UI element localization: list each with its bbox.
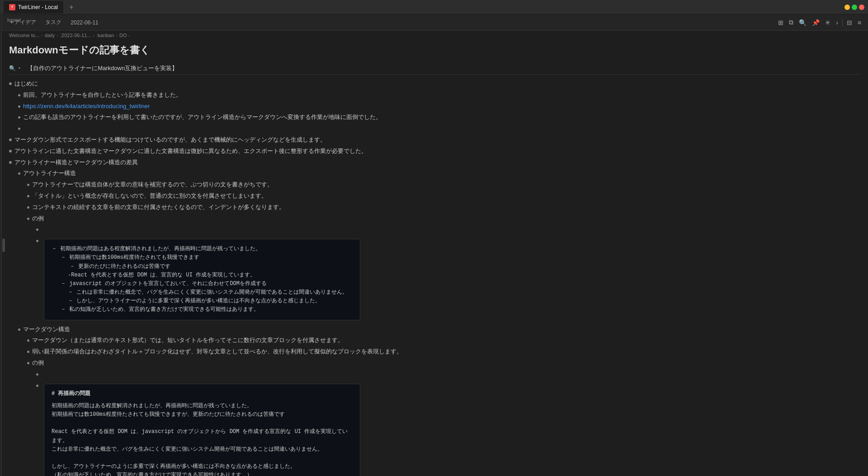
item-text[interactable]: アウトライナーでは構造自体が文章の意味を補完するので、ぶつ切りの文を書きがちです… xyxy=(32,180,861,190)
code-block-2: # 再描画の問題 初期描画の問題はある程度解消されましたが、再描画時に問題が残っ… xyxy=(44,384,360,476)
bullet-dot xyxy=(36,240,38,242)
sidebar xyxy=(0,14,2,476)
search-value[interactable]: 【自作のアウトライナーにMarkdown互換ビューを実装】 xyxy=(27,64,178,72)
item-text[interactable]: マークダウン構造 xyxy=(23,325,861,334)
code-line: しかし、アウトライナーのように多重で深く再描画が多い構造には不向きな点があると感… xyxy=(52,462,353,471)
toolbar-right: ⊞ ⧉ 🔍 📌 ✳ › ⊟ ≡ xyxy=(777,17,863,28)
list-item: マークダウン（または通常のテキスト形式）では、短いタイトルを作ってそこに数行の文… xyxy=(27,335,861,346)
layers-icon-button[interactable]: ⧉ xyxy=(788,17,795,28)
code-line: － 更新のたびに待たされるのは苦痛です xyxy=(52,262,353,271)
bullet-dot xyxy=(36,228,38,231)
breadcrumb-item-3[interactable]: :2022-06-11... xyxy=(60,33,91,38)
close-button[interactable] xyxy=(859,5,864,10)
search-bar: 🔍 • 【自作のアウトライナーにMarkdown互換ビューを実装】 xyxy=(9,62,861,75)
list-item-empty xyxy=(36,369,861,380)
bullet-dot xyxy=(18,172,20,175)
sidebar-toggle[interactable] xyxy=(2,238,5,252)
code-line: これは非常に優れた概念で、バグを生みにくく変更に強いシステム開発が可能であること… xyxy=(52,445,353,454)
breadcrumb-item-4[interactable]: :kanban xyxy=(96,33,114,38)
item-text[interactable]: マークダウン（または通常のテキスト形式）では、短いタイトルを作ってそこに数行の文… xyxy=(32,336,861,345)
item-text[interactable]: 前回、アウトライナーを自作したという記事を書きました。 xyxy=(23,90,861,100)
bullet-dot xyxy=(18,328,20,331)
breadcrumb-item-2[interactable]: daily xyxy=(45,33,55,38)
list-item: の例 xyxy=(27,213,861,224)
minimize-button[interactable] xyxy=(844,5,850,10)
star-icon-button[interactable]: ✳ xyxy=(824,18,832,28)
item-text[interactable]: コンテキストの続続する文章を前の文章に付属させたくなるので、インデントが多くなり… xyxy=(32,203,861,212)
split-icon-button[interactable]: ⊟ xyxy=(845,18,854,28)
bullet-dot xyxy=(27,218,29,220)
list-item: アウトライナー構造 xyxy=(18,168,861,179)
code-block-item-1: － 初期描画の問題はある程度解消されましたが、再描画時に問題が残っていました。 … xyxy=(36,235,861,324)
bullet-dot xyxy=(36,373,38,376)
item-text[interactable]: アウトライナー構造 xyxy=(23,169,861,178)
window-controls xyxy=(844,5,864,10)
item-text[interactable]: の例 xyxy=(32,358,861,368)
item-text[interactable]: の例 xyxy=(32,214,861,224)
item-text[interactable]: マークダウン形式でエクスポートする機能はつけているのですが、あくまで機械的にヘッ… xyxy=(14,135,861,145)
item-text[interactable]: 弱い親子関係の場合はわざわざタイトル＋ブロック化はせず、対等な文章として並べるか… xyxy=(32,347,861,357)
code-line: － javascript のオブジェクトを宣言しておいて、それに合わせてDOMを… xyxy=(52,280,353,288)
list-item: の例 xyxy=(27,357,861,369)
item-text[interactable]: はじめに xyxy=(14,79,861,89)
tab-icon: T xyxy=(9,4,15,10)
code-heading: # 再描画の問題 xyxy=(52,390,353,398)
list-item: アウトライナーでは構造自体が文章の意味を補完するので、ぶつ切りの文を書きがちです… xyxy=(27,179,861,190)
item-text[interactable]: アウトラインに適した文書構造とマークダウンに適した文書構造は微妙に異なるため、エ… xyxy=(14,147,861,156)
task-button[interactable]: タスク xyxy=(42,18,64,27)
list-item: 前回、アウトライナーを自作したという記事を書きました。 xyxy=(18,90,861,101)
list-item: https://zenn.dev/k4a/articles/introducin… xyxy=(18,101,861,112)
tab-label: TwirLiner - Local xyxy=(18,4,58,10)
active-tab[interactable]: T TwirLiner - Local xyxy=(4,1,63,14)
bullet-dot xyxy=(18,116,20,119)
list-item-empty xyxy=(18,123,861,134)
item-text xyxy=(41,370,861,379)
bullet-dot xyxy=(18,128,20,130)
bullet-dot xyxy=(27,206,29,209)
article-link[interactable]: https://zenn.dev/k4a/articles/introducin… xyxy=(23,103,150,109)
breadcrumb-item-5[interactable]: DO xyxy=(119,33,127,38)
editor-area: 🔍 • 【自作のアウトライナーにMarkdown互換ビューを実装】 はじめに 前… xyxy=(2,62,868,476)
item-text xyxy=(41,225,861,234)
grid-icon-button[interactable]: ⊞ xyxy=(777,18,785,28)
tab-group: T TwirLiner - Local + xyxy=(4,1,77,14)
bullet-dot xyxy=(18,94,20,96)
code-line: － しかし、アウトライナーのように多重で深く再描画が多い構造には不向きな点がある… xyxy=(52,297,353,305)
item-link[interactable]: https://zenn.dev/k4a/articles/introducin… xyxy=(23,102,861,111)
bullet-dot xyxy=(9,82,12,85)
item-text[interactable]: 「タイトル」という概念が存在しないので、普通の文に別の文を付属させてしまいます。 xyxy=(32,191,861,201)
align-icon-button[interactable]: ≡ xyxy=(856,18,863,28)
bullet-dot xyxy=(27,339,29,342)
code-line: React を代表とする仮想 DOM は、javascript のオブジェクトか… xyxy=(52,428,353,445)
list-item: コンテキストの続続する文章を前の文章に付属させたくなるので、インデントが多くなり… xyxy=(27,202,861,213)
chevron-icon-button[interactable]: › xyxy=(835,18,840,28)
list-item: この記事も該当のアウトライナーを利用して書いたのですが、アウトライン構造からマー… xyxy=(18,112,861,123)
date-button[interactable]: 2022-06-11 xyxy=(68,19,101,27)
new-tab-button[interactable]: + xyxy=(66,2,77,13)
bullet-dot xyxy=(27,184,29,186)
bullet-dot xyxy=(27,362,29,364)
bullet-dot xyxy=(18,105,20,108)
code-line: － 初期描画では数100ms程度待たされても我慢できます xyxy=(52,253,353,262)
logout-button[interactable]: logout xyxy=(2,14,26,25)
bullet-dot xyxy=(9,150,12,152)
code-line: － これは非常に優れた概念で、バグを生みにくく変更に強いシステム開発が可能である… xyxy=(52,288,353,297)
list-item: 「タイトル」という概念が存在しないので、普通の文に別の文を付属させてしまいます。 xyxy=(27,190,861,202)
code-line: （私の知識が乏しいため、宣言的な書き方だけで実現できる可能性はあります。） xyxy=(52,471,353,476)
bullet-marker: • xyxy=(19,65,20,71)
search-icon-button[interactable]: 🔍 xyxy=(797,18,808,28)
maximize-button[interactable] xyxy=(852,5,857,10)
item-text[interactable]: アウトライナー構造とマークダウン構造の差異 xyxy=(14,158,861,167)
list-item: マークダウン形式でエクスポートする機能はつけているのですが、あくまで機械的にヘッ… xyxy=(9,134,861,146)
bullet-dot xyxy=(27,351,29,353)
code-line: -React を代表とする仮想 DOM は、宣言的な UI 作成を実現しています… xyxy=(52,271,353,280)
item-text[interactable]: この記事も該当のアウトライナーを利用して書いたのですが、アウトライン構造からマー… xyxy=(23,113,861,122)
breadcrumb-item-1[interactable]: Welcome to... xyxy=(9,33,39,38)
code-line: 初期描画では数100ms程度待たされても我慢できますが、更新のたびに待たされるの… xyxy=(52,410,353,419)
list-item: マークダウン構造 xyxy=(18,324,861,335)
code-line: 初期描画の問題はある程度解消されましたが、再描画時に問題が残っていました。 xyxy=(52,402,353,410)
breadcrumb: Welcome to... › daily › :2022-06-11... ›… xyxy=(2,31,868,40)
content-list: はじめに 前回、アウトライナーを自作したという記事を書きました。 https:/… xyxy=(9,78,861,476)
pin-icon-button[interactable]: 📌 xyxy=(811,18,821,28)
code-block-1: － 初期描画の問題はある程度解消されましたが、再描画時に問題が残っていました。 … xyxy=(44,239,360,320)
